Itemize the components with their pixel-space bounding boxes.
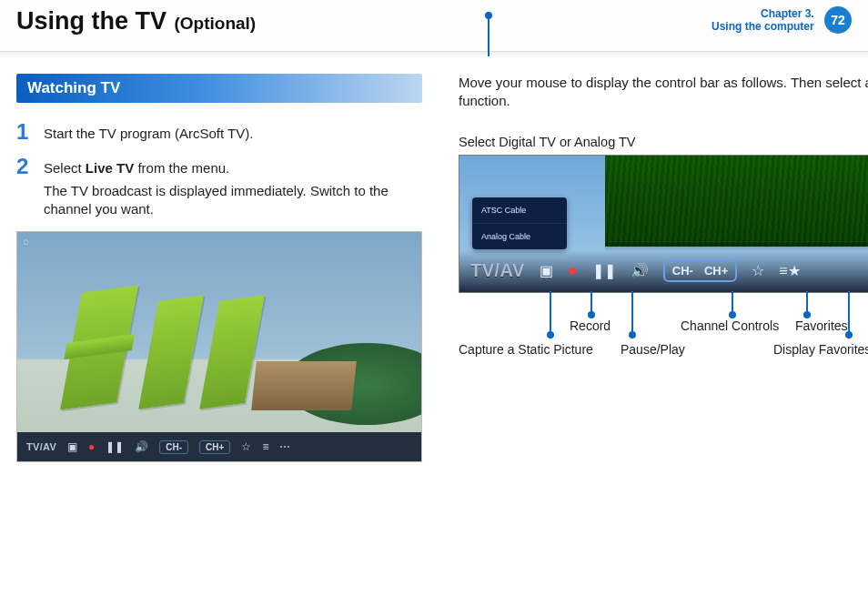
tv-type-option-analog[interactable]: Analog Cable [472, 223, 567, 249]
right-column: Move your mouse to display the control b… [459, 74, 868, 462]
channel-down-button[interactable]: CH- [159, 440, 188, 454]
home-icon: ⌂ [23, 236, 29, 247]
caption-favorites: Favorites [795, 318, 848, 333]
caption-record: Record [570, 318, 611, 333]
volume-icon[interactable]: 🔊 [631, 262, 649, 279]
caption-channel-controls: Channel Controls [681, 318, 779, 333]
channel-up-button[interactable]: CH+ [704, 264, 728, 278]
decor-letter-l1 [138, 295, 204, 409]
step-2-number: 2 [16, 156, 33, 218]
decor-letter-a [60, 285, 138, 409]
step-2: 2 Select Live TV from the menu. The TV b… [16, 156, 422, 218]
chapter-info: Chapter 3. Using the computer 72 [712, 6, 852, 34]
callout-leader-top [488, 15, 490, 56]
header-shadow [0, 51, 868, 58]
star-icon[interactable]: ☆ [241, 440, 251, 453]
caption-row-2: Capture a Static Picture Pause/Play Disp… [459, 342, 868, 362]
leader-record [590, 291, 592, 315]
caption-display-favorites: Display Favorites [773, 342, 868, 357]
channel-up-button[interactable]: CH+ [199, 440, 230, 454]
page-header: Using the TV (Optional) Chapter 3. Using… [0, 0, 868, 52]
tv-control-bar-small: TV/AV ▣ ● ❚❚ 🔊 CH- CH+ ☆ ≡ ⋯ [17, 432, 421, 461]
camera-icon[interactable]: ▣ [67, 440, 77, 453]
tv-screenshot-main: ⌂ TV/AV ▣ ● ❚❚ 🔊 CH- CH+ ☆ ≡ ⋯ [16, 231, 422, 462]
page-title: Using the TV [16, 0, 167, 35]
pause-icon[interactable]: ❚❚ [106, 440, 124, 453]
decor-grass [605, 156, 868, 247]
camera-icon[interactable]: ▣ [540, 262, 553, 279]
tv-controlbar-diagram: ATSC Cable Analog Cable TV/AV ▣ ● ❚❚ 🔊 C… [459, 155, 868, 362]
caption-pauseplay: Pause/Play [621, 342, 685, 357]
record-icon[interactable]: ● [568, 261, 578, 280]
decor-building [251, 361, 357, 410]
right-intro-text: Move your mouse to display the control b… [459, 74, 868, 111]
step-1: 1 Start the TV program (ArcSoft TV). [16, 121, 422, 143]
chapter-line2: Using the computer [712, 20, 814, 33]
chapter-line1: Chapter 3. [712, 7, 814, 20]
tvav-button[interactable]: TV/AV [470, 260, 525, 281]
channel-down-button[interactable]: CH- [672, 264, 693, 278]
left-column: Watching TV 1 Start the TV program (ArcS… [16, 74, 422, 462]
leader-favorites [806, 291, 808, 315]
caption-capture: Capture a Static Picture [459, 342, 593, 357]
tv-control-bar-large: TV/AV ▣ ● ❚❚ 🔊 CH- CH+ ☆ ≡★ [459, 250, 868, 292]
pause-icon[interactable]: ❚❚ [592, 262, 616, 279]
step-2-text: Select Live TV from the menu. The TV bro… [44, 156, 422, 218]
tv-screenshot-controlbar: ATSC Cable Analog Cable TV/AV ▣ ● ❚❚ 🔊 C… [459, 155, 868, 293]
record-icon[interactable]: ● [88, 440, 95, 453]
section-heading: Watching TV [16, 74, 422, 103]
caption-select-tv-type: Select Digital TV or Analog TV [459, 135, 868, 149]
list-star-icon[interactable]: ≡★ [779, 262, 800, 279]
tv-type-option-atsc[interactable]: ATSC Cable [472, 197, 567, 223]
leader-channels [732, 291, 733, 315]
star-icon[interactable]: ☆ [752, 262, 764, 279]
more-icon[interactable]: ⋯ [279, 440, 290, 453]
volume-icon[interactable]: 🔊 [135, 440, 148, 453]
channel-controls[interactable]: CH- CH+ [663, 259, 737, 282]
caption-row-1: Record Channel Controls Favorites [459, 318, 868, 338]
list-star-icon[interactable]: ≡ [262, 440, 268, 453]
tvav-label[interactable]: TV/AV [26, 441, 56, 452]
tv-type-menu[interactable]: ATSC Cable Analog Cable [472, 197, 567, 249]
step-1-text: Start the TV program (ArcSoft TV). [44, 121, 253, 143]
page-subtitle: (Optional) [174, 14, 256, 34]
page-number-badge: 72 [824, 6, 852, 34]
step-1-number: 1 [16, 121, 33, 143]
